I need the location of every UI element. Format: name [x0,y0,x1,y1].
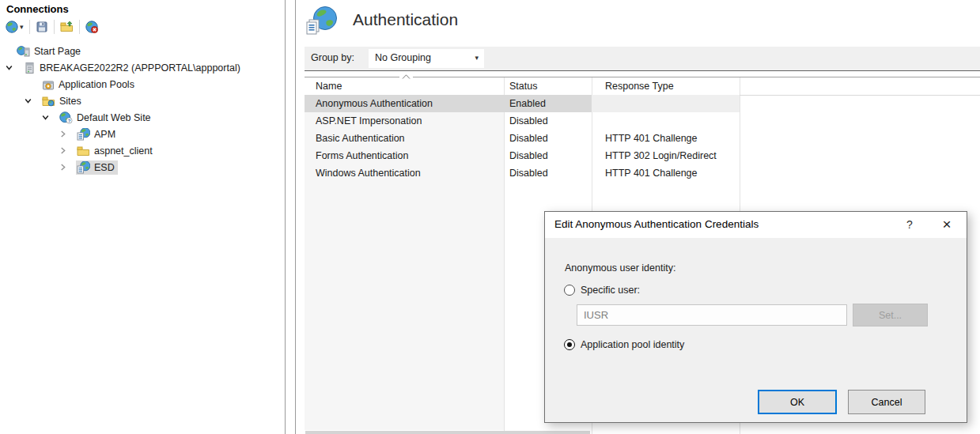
cell-status: Disabled [504,130,592,147]
list-bottom-edge [305,431,590,434]
close-icon[interactable]: × [931,212,963,237]
website-icon: ? [59,111,73,124]
group-by-label: Group by: [311,52,354,63]
list-header: NameStatusResponse Type [305,77,980,96]
page-title: Authentication [353,10,458,29]
tree-item-sites[interactable]: Sites [0,92,285,109]
set-button: Set... [853,304,928,326]
specific-user-radio[interactable] [564,285,575,296]
cell-name: Windows Authentication [305,164,504,182]
toolbar-separator [79,20,80,34]
tree-item-aspnet-client[interactable]: aspnet_client [0,142,285,159]
group-by-toolbar: Group by: No Grouping ▾ [305,47,980,71]
column-header-status[interactable]: Status [504,77,592,95]
chevron-expanded-icon[interactable] [22,95,41,108]
application-icon [77,161,90,174]
cell-name: Forms Authentication [305,147,504,164]
svg-text:?: ? [68,119,71,123]
connections-tree: Start PageBREAKAGE2022R2 (APPPORTAL\appp… [0,43,285,175]
tree-item-label: Default Web Site [77,112,151,123]
cell-response-type: HTTP 401 Challenge [592,164,740,182]
chevron-down-icon: ▾ [475,54,479,62]
connections-panel: Connections ▾ Start PageBREAKAGE2022R2 (… [0,0,286,434]
identity-label: Anonymous user identity: [565,262,675,274]
tree-item-esd[interactable]: ESD [0,159,285,175]
cell-name: Anonymous Authentication [305,95,504,112]
group-by-dropdown[interactable]: No Grouping ▾ [369,49,484,68]
save-connections-icon[interactable] [34,20,50,34]
row-asp-net-impersonation[interactable]: ASP.NET ImpersonationDisabled [305,112,980,130]
create-connection-icon[interactable]: ▾ [4,20,25,34]
import-icon[interactable] [59,20,75,34]
specific-user-label[interactable]: Specific user: [581,285,640,296]
cell-name: ASP.NET Impersonation [305,112,504,130]
chevron-expanded-icon[interactable] [3,62,22,74]
tree-item-label: Application Pools [59,79,134,90]
connections-toolbar: ▾ [0,17,285,37]
chevron-collapsed-icon[interactable] [57,161,76,174]
cell-status: Disabled [504,164,592,182]
toolbar-separator [29,20,30,34]
row-basic-authentication[interactable]: Basic AuthenticationDisabledHTTP 401 Cha… [305,130,980,147]
username-field [577,304,847,326]
tree-item-start-page[interactable]: Start Page [0,43,285,59]
tree-item-default-web-site[interactable]: ?Default Web Site [0,109,285,126]
app-pool-identity-radio[interactable] [564,339,575,350]
iis-manager-window: Connections ▾ Start PageBREAKAGE2022R2 (… [0,0,980,434]
column-header-response-type[interactable]: Response Type [592,77,740,95]
chevron-spacer [22,78,41,91]
group-by-value: No Grouping [375,52,431,63]
cell-response-type [592,112,740,130]
authentication-feature-icon [306,5,339,41]
cell-response-type [592,95,740,112]
row-windows-authentication[interactable]: Windows AuthenticationDisabledHTTP 401 C… [305,164,980,182]
chevron-collapsed-icon[interactable] [57,128,76,141]
row-forms-authentication[interactable]: Forms AuthenticationDisabledHTTP 302 Log… [305,147,980,164]
tree-item-label: Start Page [34,46,81,57]
tree-item-label: BREAKAGE2022R2 (APPPORTAL\appportal) [40,62,240,74]
cell-status: Enabled [504,95,592,112]
column-header-name[interactable]: Name [305,77,504,95]
tree-item-breakage2022r2-appportal-appportal[interactable]: BREAKAGE2022R2 (APPPORTAL\appportal) [0,59,285,76]
server-icon [23,62,36,74]
cell-status: Disabled [504,147,592,164]
dialog-titlebar: Edit Anonymous Authentication Credential… [545,212,967,238]
edit-anonymous-credentials-dialog: Edit Anonymous Authentication Credential… [544,211,967,423]
start-page-icon [17,45,30,58]
tree-item-label: Sites [59,96,81,107]
disconnect-icon[interactable] [84,20,100,34]
connections-panel-title: Connections [0,0,285,17]
sites-folder-icon [42,95,55,108]
sort-ascending-icon [399,74,413,79]
tree-item-apm[interactable]: APM [0,126,285,142]
app-pool-identity-label[interactable]: Application pool identity [581,339,684,350]
ok-button[interactable]: OK [758,390,837,414]
app-pools-icon [42,78,55,91]
authentication-list: Anonymous AuthenticationEnabledASP.NET I… [305,95,980,182]
chevron-collapsed-icon[interactable] [57,145,76,157]
tree-item-application-pools[interactable]: Application Pools [0,76,285,92]
dialog-title: Edit Anonymous Authentication Credential… [554,218,759,230]
cell-status: Disabled [504,112,592,130]
tree-item-label: aspnet_client [94,145,153,157]
cell-name: Basic Authentication [305,130,504,147]
cell-response-type: HTTP 401 Challenge [592,130,740,147]
tree-item-label: APM [94,129,115,140]
row-anonymous-authentication[interactable]: Anonymous AuthenticationEnabled [305,95,980,112]
chevron-expanded-icon[interactable] [40,111,59,124]
toolbar-separator [54,20,55,34]
application-icon [77,128,90,141]
help-button[interactable]: ? [896,212,923,237]
cancel-button[interactable]: Cancel [848,390,925,414]
folder-icon [77,145,90,157]
tree-item-label: ESD [94,162,115,173]
cell-response-type: HTTP 302 Login/Redirect [592,147,740,164]
chevron-down-icon: ▾ [20,23,24,31]
